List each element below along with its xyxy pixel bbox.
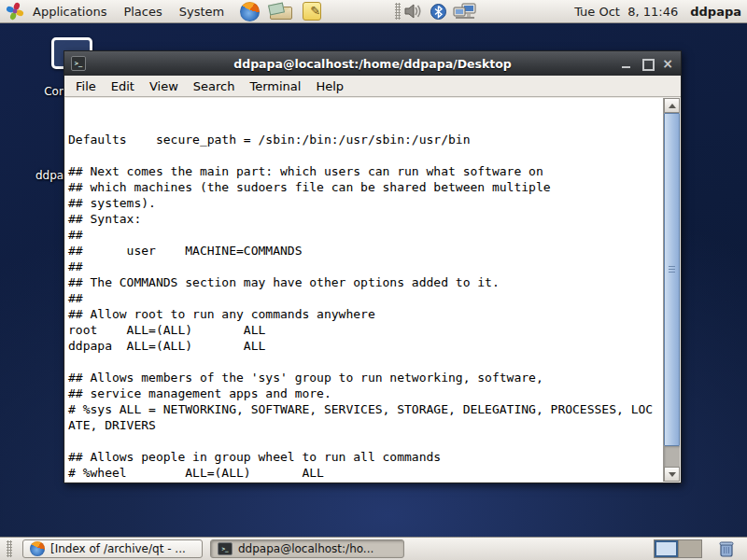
firefox-icon — [30, 541, 45, 556]
bluetooth-icon[interactable] — [430, 4, 446, 20]
menu-help[interactable]: Help — [308, 77, 351, 95]
menu-terminal[interactable]: Terminal — [242, 77, 308, 95]
terminal-line: ## service management apps and more. — [68, 385, 663, 401]
window-title: ddpapa@localhost:/home/ddpapa/Desktop — [64, 57, 681, 71]
quick-launchers — [240, 2, 321, 21]
terminal-line: ## Allows members of the 'sys' group to … — [68, 370, 663, 385]
terminal-line: root ALL=(ALL) ALL — [68, 322, 663, 338]
menu-view[interactable]: View — [142, 77, 186, 95]
terminal-line: ## systems). — [68, 195, 663, 211]
terminal-line — [68, 147, 663, 163]
scroll-up-button[interactable] — [664, 98, 680, 113]
user-switcher[interactable]: ddpapa — [690, 5, 741, 19]
minimize-button[interactable] — [621, 58, 632, 69]
scrollbar — [664, 98, 680, 482]
terminal-line: ## which machines (the sudoers file can … — [68, 179, 663, 195]
terminal-line — [68, 481, 663, 482]
workspace-2[interactable] — [678, 540, 701, 557]
maximize-button[interactable] — [641, 58, 653, 69]
close-button[interactable]: × — [662, 58, 673, 69]
terminal-line: ## user MACHINE=COMMANDS — [68, 243, 663, 259]
distro-logo-icon[interactable] — [6, 2, 24, 21]
taskbar-item-terminal[interactable]: >_ ddpapa@localhost:/ho... — [210, 539, 404, 558]
taskbar-grip[interactable] — [7, 540, 12, 557]
terminal-line: ## Allows people in group wheel to run a… — [68, 449, 663, 465]
terminal-line: Defaults secure_path = /sbin:/bin:/usr/s… — [68, 132, 663, 147]
terminal-window: >_ ddpapa@localhost:/home/ddpapa/Desktop… — [63, 50, 682, 483]
firefox-launcher-icon[interactable] — [240, 2, 260, 21]
menu-places[interactable]: Places — [115, 0, 170, 23]
scrollbar-thumb[interactable] — [664, 113, 680, 446]
terminal-window-icon: >_ — [71, 56, 86, 71]
terminal-line: ## Syntax: — [68, 211, 663, 227]
terminal-line: ATE, DRIVERS — [68, 417, 663, 433]
terminal-line — [68, 433, 663, 449]
workspace-1[interactable] — [655, 540, 678, 557]
notification-area-grip[interactable] — [395, 3, 401, 20]
menu-file[interactable]: File — [68, 77, 104, 95]
scrollbar-track[interactable] — [664, 446, 680, 467]
terminal-line: ## — [68, 227, 663, 243]
titlebar[interactable]: >_ ddpapa@localhost:/home/ddpapa/Desktop… — [64, 51, 681, 76]
taskbar-item-firefox[interactable]: [Index of /archive/qt - ... — [22, 539, 203, 558]
menu-system[interactable]: System — [171, 0, 233, 23]
top-panel: Applications Places System — [0, 0, 747, 23]
menu-search[interactable]: Search — [186, 77, 243, 95]
taskbar-item-label: [Index of /archive/qt - ... — [50, 542, 186, 555]
clock[interactable]: Tue Oct 8, 11:46 — [574, 5, 678, 19]
terminal-screen[interactable]: Defaults secure_path = /sbin:/bin:/usr/s… — [65, 98, 664, 482]
terminal-line: ## — [68, 259, 663, 274]
terminal-line: ddpapa ALL=(ALL) ALL — [68, 338, 663, 354]
workspace-switcher — [654, 539, 702, 558]
email-launcher-icon[interactable] — [270, 4, 292, 20]
status-icons — [403, 3, 477, 21]
taskbar-item-label: ddpapa@localhost:/ho... — [238, 542, 374, 555]
terminal-icon: >_ — [218, 542, 233, 555]
volume-icon[interactable] — [403, 3, 424, 20]
text-editor-launcher-icon[interactable] — [303, 2, 321, 21]
desktop: Applications Places System — [0, 0, 747, 560]
terminal-output: Defaults secure_path = /sbin:/bin:/usr/s… — [68, 132, 663, 482]
display-icon[interactable] — [453, 3, 477, 21]
trash-icon[interactable] — [717, 539, 736, 558]
scroll-down-button[interactable] — [664, 467, 680, 482]
taskbar: [Index of /archive/qt - ... >_ ddpapa@lo… — [0, 537, 747, 560]
terminal-line: ## Allow root to run any commands anywhe… — [68, 306, 663, 322]
window-menubar: File Edit View Search Terminal Help — [64, 76, 681, 97]
terminal-line: ## — [68, 290, 663, 306]
terminal-line: # %wheel ALL=(ALL) ALL — [68, 465, 663, 481]
terminal-line — [68, 354, 663, 370]
terminal-line: ## The COMMANDS section may have other o… — [68, 274, 663, 290]
terminal-line: # %sys ALL = NETWORKING, SOFTWARE, SERVI… — [68, 401, 663, 417]
terminal-line: ## Next comes the main part: which users… — [68, 163, 663, 179]
menu-edit[interactable]: Edit — [104, 77, 142, 95]
menu-applications[interactable]: Applications — [24, 0, 115, 23]
